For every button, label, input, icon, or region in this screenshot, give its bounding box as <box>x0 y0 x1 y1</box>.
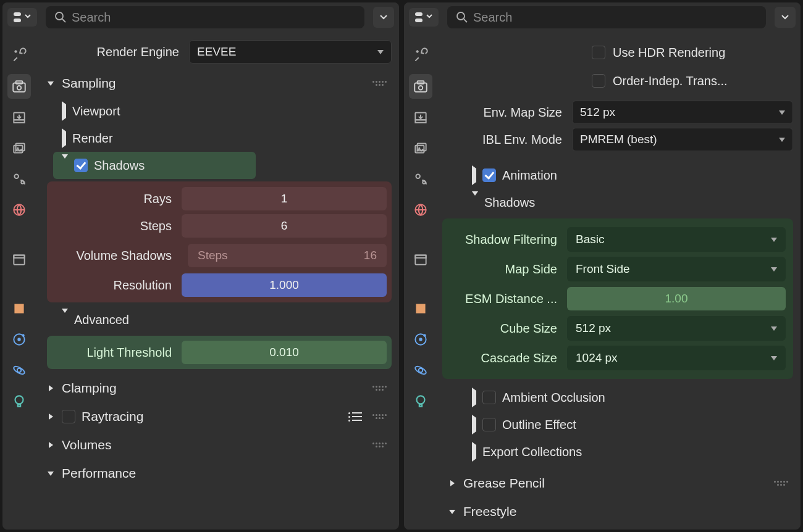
properties-content[interactable]: Render Engine EEVEE Sampling Viewport <box>36 32 399 530</box>
panel-header <box>2 2 399 32</box>
outline-checkbox[interactable] <box>482 418 496 431</box>
tab-constraints[interactable] <box>7 327 31 352</box>
tab-data[interactable] <box>409 389 432 414</box>
tab-collection[interactable] <box>7 247 31 272</box>
preset-icon[interactable] <box>348 412 362 422</box>
ibl-dropdown[interactable]: PMREM (best) <box>572 128 793 151</box>
mapside-dropdown[interactable]: Front Side <box>567 257 786 281</box>
volume-steps-field[interactable]: Steps 16 <box>188 244 387 267</box>
svg-point-6 <box>17 86 22 90</box>
tab-object[interactable] <box>7 296 31 321</box>
env-size-dropdown[interactable]: 512 px <box>572 101 793 124</box>
subsection-export[interactable]: Export Collections <box>442 438 793 465</box>
options-button[interactable] <box>373 7 394 28</box>
svg-point-27 <box>457 12 465 20</box>
chevron-down-icon <box>779 110 785 115</box>
collection-icon <box>413 251 429 267</box>
cascade-value: 1024 px <box>576 351 618 365</box>
properties-content[interactable]: Use HDR Rendering Order-Indep. Trans... … <box>437 32 801 530</box>
esm-label: ESM Distance ... <box>450 292 561 306</box>
tab-constraints[interactable] <box>409 327 432 352</box>
bulb-icon <box>413 393 429 409</box>
chevron-down-icon <box>771 356 777 360</box>
subsection-advanced[interactable]: Advanced <box>41 306 392 333</box>
tab-object[interactable] <box>409 296 432 321</box>
tab-world[interactable] <box>7 197 31 222</box>
drag-handle-icon[interactable] <box>372 384 387 393</box>
drag-handle-icon[interactable] <box>372 441 387 449</box>
section-freestyle[interactable]: Freestyle <box>442 497 793 526</box>
subsection-render[interactable]: Render <box>41 125 392 152</box>
ao-checkbox[interactable] <box>482 391 496 404</box>
volume-shadows-row: Volume Shadows Steps 16 <box>52 242 387 269</box>
esm-field[interactable]: 1.00 <box>567 287 786 310</box>
ao-label: Ambient Occlusion <box>502 391 605 405</box>
svg-point-45 <box>419 338 422 341</box>
tab-scene[interactable] <box>7 167 31 191</box>
editor-type-button[interactable] <box>409 8 439 27</box>
advanced-block: Light Threshold 0.010 <box>47 336 392 369</box>
hdr-checkbox[interactable] <box>592 46 605 59</box>
section-grease-pencil[interactable]: Grease Pencil <box>442 469 793 497</box>
tab-output[interactable] <box>7 105 31 130</box>
resolution-field[interactable]: 1.000 <box>182 273 387 297</box>
subsection-shadows[interactable]: Shadows <box>442 189 793 216</box>
svg-point-22 <box>17 368 22 373</box>
tab-tool[interactable] <box>7 43 31 68</box>
raytracing-checkbox[interactable] <box>62 410 75 423</box>
tab-data[interactable] <box>7 389 31 414</box>
filtering-dropdown[interactable]: Basic <box>567 227 786 252</box>
svg-rect-25 <box>415 12 423 16</box>
tab-physics[interactable] <box>409 358 432 383</box>
cascade-dropdown[interactable]: 1024 px <box>567 346 786 370</box>
editor-type-button[interactable] <box>7 8 37 27</box>
render-properties-panel-left: Render Engine EEVEE Sampling Viewport <box>2 2 399 530</box>
subsection-viewport[interactable]: Viewport <box>41 98 392 125</box>
drag-handle-icon[interactable] <box>773 479 788 488</box>
subsection-shadows[interactable]: Shadows <box>53 152 256 179</box>
svg-rect-33 <box>415 120 426 122</box>
section-volumes[interactable]: Volumes <box>41 431 392 459</box>
section-performance[interactable]: Performance <box>41 459 392 488</box>
filtering-value: Basic <box>576 233 604 246</box>
section-clamping[interactable]: Clamping <box>41 374 392 402</box>
shadows-checkbox[interactable] <box>74 159 88 172</box>
search-input[interactable] <box>473 10 757 25</box>
cube-dropdown[interactable]: 512 px <box>567 316 786 341</box>
section-raytracing[interactable]: Raytracing <box>41 402 392 431</box>
section-sampling[interactable]: Sampling <box>41 69 392 98</box>
light-threshold-field[interactable]: 0.010 <box>182 341 387 364</box>
tab-view-layer[interactable] <box>7 136 31 160</box>
drag-handle-icon[interactable] <box>372 79 387 88</box>
search-field[interactable] <box>447 6 766 28</box>
subsection-outline[interactable]: Outline Effect <box>442 411 793 438</box>
subsection-ao[interactable]: Ambient Occlusion <box>442 384 793 411</box>
render-engine-label: Render Engine <box>41 45 183 59</box>
tab-view-layer[interactable] <box>409 136 432 160</box>
render-engine-dropdown[interactable]: EEVEE <box>189 40 392 64</box>
oit-checkbox[interactable] <box>592 74 605 88</box>
search-input[interactable] <box>72 10 356 25</box>
section-performance-label: Performance <box>62 466 136 481</box>
shadows-label: Shadows <box>484 196 535 210</box>
tab-tool[interactable] <box>409 43 432 68</box>
search-field[interactable] <box>46 6 364 28</box>
rays-field[interactable]: 1 <box>182 187 387 210</box>
steps-field[interactable]: 6 <box>182 214 387 238</box>
disclosure-icon <box>62 313 68 327</box>
tab-render[interactable] <box>409 74 432 99</box>
options-button[interactable] <box>775 7 796 28</box>
tab-render[interactable] <box>7 74 31 99</box>
tab-collection[interactable] <box>409 247 432 272</box>
subsection-animation[interactable]: Animation <box>442 162 793 189</box>
subsection-advanced-label: Advanced <box>74 313 129 327</box>
tab-output[interactable] <box>409 105 432 130</box>
drag-handle-icon[interactable] <box>372 412 387 421</box>
svg-point-31 <box>419 86 423 90</box>
tab-scene[interactable] <box>409 167 432 191</box>
tab-world[interactable] <box>409 197 432 222</box>
camera-back-icon <box>11 78 27 94</box>
world-icon <box>11 202 27 218</box>
animation-checkbox[interactable] <box>482 168 496 182</box>
tab-physics[interactable] <box>7 358 31 383</box>
